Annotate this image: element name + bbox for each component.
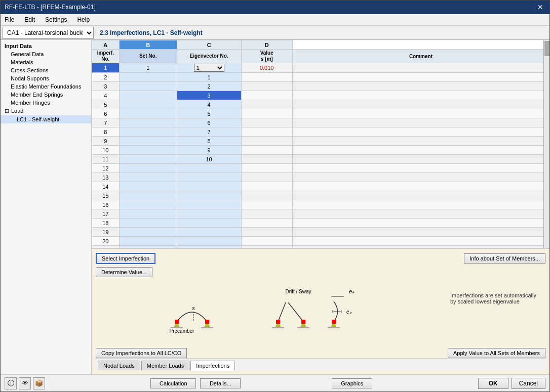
- bottom-panel: Select Imperfection Info about Set of Me…: [92, 248, 549, 374]
- main-container: CA1 - Lateral-torsional buckling 2.3 Imp…: [1, 26, 549, 391]
- table-row[interactable]: 21: [92, 246, 549, 249]
- menubar: File Edit Settings Help: [1, 14, 549, 26]
- table-row[interactable]: 14: [92, 182, 549, 191]
- footer-right-buttons: OK Cancel: [478, 378, 545, 389]
- copy-imperfections-button[interactable]: Copy Imperfections to All LC/CO: [96, 348, 187, 358]
- graphics-button[interactable]: Graphics: [332, 378, 372, 388]
- s-label: s: [192, 305, 195, 311]
- subheader-comment: Comment: [292, 50, 549, 63]
- topbar: CA1 - Lateral-torsional buckling 2.3 Imp…: [1, 26, 549, 40]
- bottom-actions: Copy Imperfections to All LC/CO Apply Va…: [96, 348, 545, 358]
- table-row[interactable]: 16: [92, 200, 549, 209]
- table-row[interactable]: 87: [92, 127, 549, 137]
- info-about-button[interactable]: Info about Set of Members...: [464, 253, 545, 264]
- sidebar-item-elastic-member-foundations[interactable]: Elastic Member Foundations: [1, 82, 91, 91]
- table-row[interactable]: 98: [92, 137, 549, 146]
- precamber-arc: [177, 312, 207, 322]
- footer-bar: ⓘ 👁 📦 Calculation Details... Graphics OK…: [1, 374, 549, 391]
- table-row[interactable]: 13: [92, 173, 549, 182]
- app-title: RF-FE-LTB - [RFEM-Example-01]: [5, 4, 96, 11]
- ok-button[interactable]: OK: [478, 378, 508, 389]
- table-row[interactable]: 21: [92, 73, 549, 82]
- sidebar-item-member-hinges[interactable]: Member Hinges: [1, 99, 91, 107]
- node-dot-4: [301, 320, 305, 324]
- table-row[interactable]: 19: [92, 228, 549, 237]
- sidebar-item-member-end-springs[interactable]: Member End Springs: [1, 91, 91, 99]
- menu-file[interactable]: File: [3, 15, 16, 24]
- sidebar-item-cross-sections[interactable]: Cross-Sections: [1, 66, 91, 74]
- footer-center: Calculation Details... Graphics: [45, 378, 478, 388]
- node-dot-2: [205, 320, 209, 324]
- diagram-description: Imperfections are set automatically by s…: [450, 282, 541, 304]
- determine-value-button[interactable]: Determine Value...: [96, 267, 152, 277]
- view-icon-button[interactable]: 👁: [19, 377, 31, 389]
- action-buttons-row: Select Imperfection Info about Set of Me…: [96, 253, 545, 264]
- table-row[interactable]: 32: [92, 82, 549, 91]
- subheader-set-no: Set No.: [119, 50, 177, 63]
- table-row[interactable]: 12: [92, 164, 549, 173]
- sidebar-item-load[interactable]: ⊟Load: [1, 107, 91, 115]
- titlebar: RF-FE-LTB - [RFEM-Example-01] ✕: [1, 1, 549, 14]
- table-row[interactable]: 65: [92, 109, 549, 118]
- menu-settings[interactable]: Settings: [43, 15, 69, 24]
- right-panel: A B C D Imperf.No. Set No. Eigenvector N…: [92, 40, 549, 374]
- footer-left-icons: ⓘ 👁 📦: [5, 377, 45, 389]
- table-row[interactable]: 54: [92, 100, 549, 109]
- table-row[interactable]: 109: [92, 146, 549, 155]
- table-row[interactable]: 1110: [92, 155, 549, 164]
- menu-edit[interactable]: Edit: [22, 15, 37, 24]
- col-header-b: B: [119, 40, 177, 50]
- tab-member-loads[interactable]: Member Loads: [141, 361, 189, 370]
- sidebar-input-data-label: Input Data: [1, 42, 91, 50]
- table-row[interactable]: 11123456789100.010: [92, 63, 549, 73]
- col-header-a: A: [92, 40, 120, 50]
- sidebar: Input Data General Data Materials Cross-…: [1, 40, 92, 374]
- eigenvector-dropdown[interactable]: 12345678910: [194, 64, 224, 72]
- export-icon-button[interactable]: 📦: [33, 377, 45, 389]
- table-row[interactable]: 18: [92, 219, 549, 228]
- sidebar-item-nodal-supports[interactable]: Nodal Supports: [1, 74, 91, 82]
- table-area[interactable]: A B C D Imperf.No. Set No. Eigenvector N…: [92, 40, 549, 248]
- menu-help[interactable]: Help: [75, 15, 92, 24]
- sidebar-item-lc1-self-weight[interactable]: LC1 - Self-weight: [1, 115, 91, 123]
- ey-label: eₔ: [349, 288, 355, 294]
- col-header-c: C: [177, 40, 241, 50]
- subheader-value: Values [m]: [241, 50, 292, 63]
- table-row[interactable]: 15: [92, 191, 549, 200]
- sidebar-item-materials[interactable]: Materials: [1, 58, 91, 66]
- node-dot-3: [276, 320, 280, 324]
- table-row[interactable]: 76: [92, 118, 549, 127]
- cancel-button[interactable]: Cancel: [512, 378, 545, 389]
- info-icon-button[interactable]: ⓘ: [5, 377, 17, 389]
- tab-bar: Nodal Loads Member Loads Imperfections: [96, 358, 545, 370]
- content-area: Input Data General Data Materials Cross-…: [1, 40, 549, 374]
- apply-value-button[interactable]: Apply Value to All Sets of Members: [448, 348, 545, 358]
- imperfections-table: A B C D Imperf.No. Set No. Eigenvector N…: [92, 40, 549, 248]
- tab-nodal-loads[interactable]: Nodal Loads: [98, 361, 140, 370]
- tab-imperfections[interactable]: Imperfections: [190, 361, 235, 371]
- scrollbar-vertical[interactable]: [543, 40, 549, 248]
- table-body: 11123456789100.0102132435465768798109111…: [92, 63, 549, 249]
- table-row[interactable]: 17: [92, 209, 549, 219]
- details-button[interactable]: Details...: [200, 378, 241, 388]
- sway-line-1: [278, 302, 286, 322]
- sway-line-2: [288, 302, 303, 322]
- scrollbar-thumb[interactable]: [544, 41, 549, 56]
- section-title: 2.3 Imperfections, LC1 - Self-weight: [96, 29, 203, 36]
- ey-text: eₔ: [346, 309, 352, 315]
- sidebar-item-general-data[interactable]: General Data: [1, 50, 91, 58]
- col-header-d: D: [241, 40, 292, 50]
- diagram-area: Precamber: [96, 280, 545, 345]
- table-row[interactable]: 20: [92, 237, 549, 246]
- select-imperfection-button[interactable]: Select Imperfection: [96, 253, 155, 264]
- node-dot-1: [175, 320, 179, 324]
- calculation-button[interactable]: Calculation: [150, 378, 196, 388]
- imperfection-diagram: Precamber: [100, 282, 446, 343]
- analysis-case-dropdown[interactable]: CA1 - Lateral-torsional buckling: [3, 27, 94, 39]
- node-dot-5: [332, 320, 336, 324]
- table-row[interactable]: 43: [92, 91, 549, 100]
- close-icon[interactable]: ✕: [535, 3, 545, 11]
- determine-value-row: Determine Value...: [96, 267, 545, 277]
- subheader-imperf-no: Imperf.No.: [92, 50, 120, 63]
- subheader-eigenvector-no: Eigenvector No.: [177, 50, 241, 63]
